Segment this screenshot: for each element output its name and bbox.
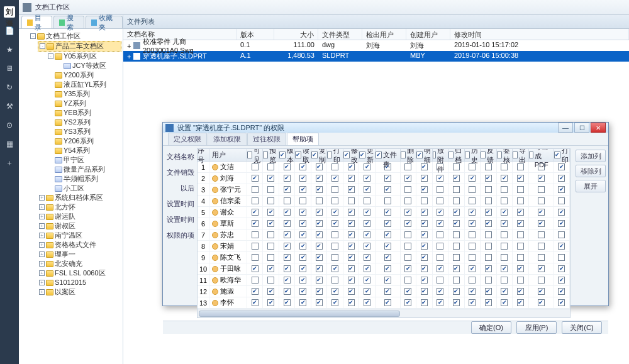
rail-item-7[interactable]: ▦ [4, 138, 15, 150]
grid-cell[interactable] [481, 297, 497, 308]
checkbox[interactable] [437, 197, 443, 204]
header-checkbox[interactable] [343, 152, 350, 158]
checkbox[interactable] [453, 277, 460, 284]
checkbox[interactable] [538, 186, 545, 193]
tree-item[interactable]: Y200系列 [47, 70, 121, 80]
tree-item[interactable]: 甲宁区 [47, 155, 121, 165]
checkbox[interactable] [437, 186, 443, 193]
checkbox[interactable] [469, 288, 476, 295]
grid-col-header[interactable]: 预览 [263, 149, 279, 161]
checkbox[interactable] [252, 175, 259, 182]
grid-cell[interactable] [416, 241, 433, 251]
checkbox[interactable] [501, 186, 508, 193]
checkbox[interactable] [364, 220, 370, 227]
grid-cell[interactable] [247, 207, 264, 218]
grid-cell[interactable] [448, 173, 465, 184]
checkbox[interactable] [299, 254, 306, 261]
grid-cell[interactable] [359, 218, 376, 229]
checkbox[interactable] [517, 243, 524, 250]
checkbox[interactable] [284, 209, 291, 216]
grid-cell[interactable] [359, 252, 376, 263]
rail-item-3[interactable]: 🖥 [4, 63, 15, 74]
tree-item[interactable]: 小工区 [47, 184, 121, 193]
checkbox[interactable] [364, 299, 370, 306]
checkbox[interactable] [517, 175, 524, 182]
tree-item[interactable]: +系统归档体系区 [38, 193, 121, 202]
grid-cell[interactable] [554, 252, 571, 263]
checkbox[interactable] [348, 254, 355, 261]
checkbox[interactable] [316, 288, 323, 295]
grid-cell[interactable] [376, 263, 401, 274]
checkbox[interactable] [453, 209, 460, 216]
grid-cell[interactable] [247, 252, 264, 263]
grid-cell[interactable] [554, 218, 571, 229]
header-checkbox[interactable] [529, 152, 533, 158]
grid-cell[interactable] [401, 286, 417, 297]
grid-cell[interactable] [343, 275, 360, 285]
checkbox[interactable] [469, 186, 476, 193]
checkbox[interactable] [437, 254, 443, 261]
grid-cell[interactable] [263, 241, 279, 251]
checkbox[interactable] [267, 175, 274, 182]
grid-cell[interactable] [448, 297, 465, 308]
header-checkbox[interactable] [247, 152, 252, 158]
checkbox[interactable] [348, 197, 355, 204]
checkbox[interactable] [469, 163, 476, 170]
grid-cell[interactable] [247, 297, 264, 308]
checkbox[interactable] [299, 288, 306, 295]
grid-cell[interactable] [554, 241, 571, 251]
expand-icon[interactable]: + [39, 233, 45, 238]
tree-item[interactable]: +FSL LSL 0060区 [38, 268, 121, 278]
checkbox[interactable] [348, 175, 355, 182]
left-tab-0[interactable]: 目录 [21, 16, 52, 28]
expand-icon[interactable]: + [39, 261, 45, 267]
grid-cell[interactable] [433, 252, 449, 263]
grid-cell[interactable] [416, 207, 433, 218]
grid-cell[interactable] [416, 184, 433, 195]
grid-cell[interactable] [295, 286, 311, 297]
grid-col-header[interactable]: 反馈 [481, 149, 497, 161]
checkbox[interactable] [485, 197, 492, 204]
grid-cell[interactable] [481, 218, 497, 229]
checkbox[interactable] [348, 299, 355, 306]
grid-col-header[interactable]: 打印 [554, 149, 571, 161]
checkbox[interactable] [299, 186, 306, 193]
grid-cell[interactable] [448, 229, 465, 240]
header-checkbox[interactable] [513, 152, 518, 158]
checkbox[interactable] [299, 265, 306, 272]
grid-row[interactable]: 11欧海华 [198, 275, 570, 286]
grid-row[interactable]: 7苏忠 [198, 229, 570, 241]
checkbox[interactable] [517, 288, 524, 295]
checkbox[interactable] [404, 175, 411, 182]
tree-item[interactable]: +以案区 [38, 287, 121, 297]
rail-item-4[interactable]: ↻ [4, 82, 15, 93]
grid-cell[interactable] [327, 297, 343, 308]
grid-cell[interactable] [513, 286, 529, 297]
grid-cell[interactable] [448, 241, 465, 251]
grid-cell[interactable] [327, 196, 343, 206]
grid-cell[interactable] [295, 275, 311, 285]
grid-cell[interactable] [327, 229, 343, 240]
header-checkbox[interactable] [327, 152, 332, 158]
grid-cell[interactable] [529, 229, 554, 240]
checkbox[interactable] [267, 254, 274, 261]
file-col-header[interactable]: 检出用户 [362, 29, 406, 40]
checkbox[interactable] [404, 299, 411, 306]
grid-cell[interactable] [376, 218, 401, 229]
checkbox[interactable] [348, 163, 355, 170]
checkbox[interactable] [299, 197, 306, 204]
checkbox[interactable] [485, 299, 492, 306]
checkbox[interactable] [316, 197, 323, 204]
header-checkbox[interactable] [376, 152, 382, 158]
checkbox[interactable] [501, 163, 508, 170]
grid-cell[interactable] [263, 207, 279, 218]
checkbox[interactable] [384, 197, 391, 204]
checkbox[interactable] [558, 163, 565, 170]
tree-item[interactable]: YS3系列 [47, 127, 121, 136]
checkbox[interactable] [517, 220, 524, 227]
checkbox[interactable] [558, 209, 565, 216]
checkbox[interactable] [501, 175, 508, 182]
checkbox[interactable] [384, 220, 391, 227]
grid-cell[interactable] [327, 207, 343, 218]
grid-cell[interactable] [448, 252, 465, 263]
